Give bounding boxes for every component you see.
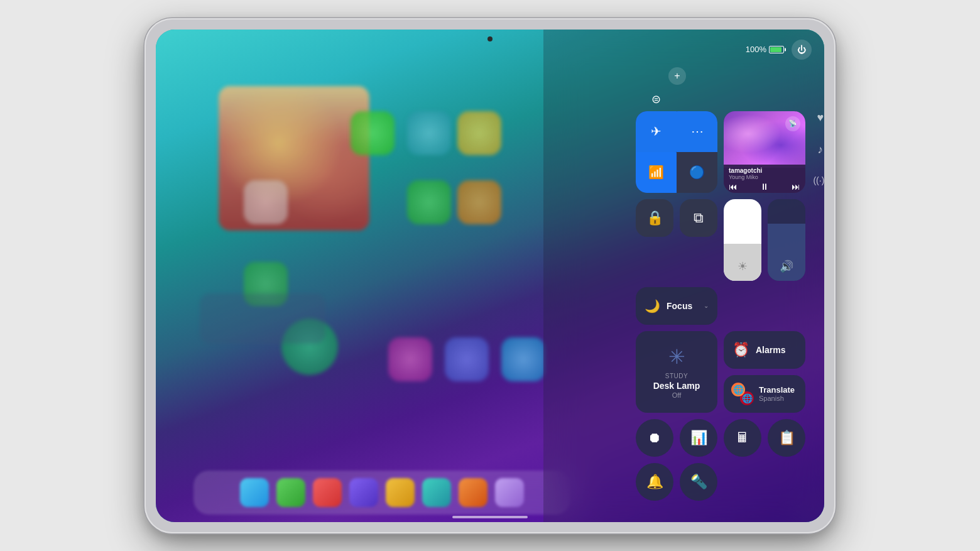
flashlight-button[interactable]: 🔦 (680, 463, 717, 501)
personal-hotspot-button[interactable]: ⋯ (677, 111, 717, 152)
brightness-slider[interactable]: ☀ (724, 199, 761, 281)
connectivity-tile[interactable]: ✈ ⋯ 📶 🔵 (636, 111, 717, 193)
notes-icon: 📋 (778, 430, 795, 446)
volume-icon: 🔊 (780, 259, 793, 273)
cc-row-1: ✈ ⋯ 📶 🔵 📡 tamagotchi (636, 111, 812, 193)
translate-tile[interactable]: 🌐 🌐 Translate Spanish (724, 375, 805, 413)
volume-slider[interactable]: 🔊 (768, 199, 805, 281)
track-artist: Young Miko (729, 174, 800, 180)
waveform-icon: 📊 (690, 430, 707, 446)
app-icon-3 (457, 111, 501, 155)
quick-notes-button[interactable]: 📋 (768, 419, 805, 457)
desk-lamp-category: Study (665, 373, 688, 379)
focus-chevron-icon: ⌄ (704, 302, 709, 309)
plus-icon: + (674, 70, 680, 82)
signal-icon: ((·)) (813, 175, 824, 185)
screen-lock-button[interactable]: 🔒 (636, 199, 673, 237)
screen-mirror-button[interactable]: ⧉ (680, 199, 717, 237)
airplane-mode-button[interactable]: ✈ (636, 111, 677, 152)
ipad-device: 100% ⏻ + ⊜ (144, 18, 836, 533)
heart-icon[interactable]: ♥ (817, 111, 824, 124)
wifi-icon: ⊜ (651, 93, 661, 106)
flag-1: 🌐 (731, 383, 745, 396)
previous-button[interactable]: ⏮ (729, 182, 738, 192)
dock (193, 471, 570, 515)
ipad-screen: 100% ⏻ + ⊜ (156, 30, 824, 522)
desk-lamp-tile[interactable]: ✳ Study Desk Lamp Off (636, 331, 717, 413)
pause-button[interactable]: ⏸ (760, 182, 769, 192)
cc-row-2: 🔒 ⧉ ☀ 🔊 (636, 199, 812, 281)
sound-recognition-button[interactable]: 📊 (680, 419, 717, 457)
cc-row-6: 🔔 🔦 (636, 463, 812, 501)
cc-row-3: 🌙 Focus ⌄ (636, 287, 812, 325)
record-icon: ⏺ (648, 430, 662, 446)
playback-controls: ⏮ ⏸ ⏭ (729, 182, 800, 192)
app-icon-2 (407, 111, 451, 155)
app-icon-6 (457, 180, 501, 224)
track-title: tamagotchi (729, 167, 800, 174)
translate-info: Translate Spanish (759, 385, 795, 403)
calculator-button[interactable]: 🖩 (724, 419, 761, 457)
desk-lamp-status: Off (672, 391, 681, 399)
app-icon-11 (501, 337, 545, 381)
flag-1-icon: 🌐 (733, 385, 744, 395)
music-note-icon[interactable]: ♪ (817, 143, 823, 156)
top-bar (156, 30, 824, 48)
app-icon-4 (244, 180, 288, 224)
focus-label: Focus (667, 301, 692, 311)
cc-row-4: ✳ Study Desk Lamp Off ⏰ Alarms (636, 331, 812, 413)
alarms-tile[interactable]: ⏰ Alarms (724, 331, 805, 369)
calculator-icon: 🖩 (736, 430, 749, 446)
lock-icon: 🔒 (646, 210, 663, 226)
bell-icon: 🔔 (646, 474, 663, 490)
translate-subtitle: Spanish (759, 395, 795, 402)
app-icon-5 (407, 180, 451, 224)
app-icon-1 (351, 111, 395, 155)
widget-folder (200, 293, 325, 344)
translate-title: Translate (759, 385, 795, 395)
focus-moon-icon: 🌙 (645, 298, 660, 314)
mirror-icon: ⧉ (694, 210, 704, 226)
next-button[interactable]: ⏭ (792, 182, 800, 192)
photo-widget (219, 86, 369, 231)
focus-button[interactable]: 🌙 Focus ⌄ (636, 287, 717, 325)
app-icon-9 (388, 337, 432, 381)
app-icon-10 (445, 337, 489, 381)
alarms-label: Alarms (756, 345, 785, 355)
flashlight-icon: 🔦 (690, 474, 707, 490)
home-indicator (452, 516, 528, 518)
alarms-icon: ⏰ (732, 342, 749, 358)
cc-row-5: ⏺ 📊 🖩 📋 (636, 419, 812, 457)
wifi-indicator: ⊜ (651, 92, 661, 106)
brightness-icon: ☀ (738, 259, 748, 273)
wifi-toggle-button[interactable]: 📶 (636, 152, 677, 193)
voice-memos-button[interactable]: ⏺ (636, 419, 673, 457)
control-center-grid: ✈ ⋯ 📶 🔵 📡 tamagotchi (636, 111, 812, 501)
translate-flags: 🌐 🌐 (731, 383, 754, 405)
now-playing-tile[interactable]: 📡 tamagotchi Young Miko ⏮ ⏸ ⏭ (724, 111, 805, 193)
airplay-button[interactable]: 📡 (785, 116, 800, 131)
desk-lamp-icon: ✳ (668, 345, 685, 369)
add-control-button[interactable]: + (668, 67, 686, 85)
ipad-frame: 100% ⏻ + ⊜ (144, 18, 836, 533)
front-camera (487, 36, 493, 41)
mute-button[interactable]: 🔔 (636, 463, 673, 501)
side-icons: ♥ ♪ ((·)) (813, 111, 824, 185)
desk-lamp-name: Desk Lamp (653, 381, 700, 391)
cellular-data-button[interactable]: 🔵 (677, 152, 717, 193)
now-playing-info: tamagotchi Young Miko ⏮ ⏸ ⏭ (724, 165, 805, 193)
